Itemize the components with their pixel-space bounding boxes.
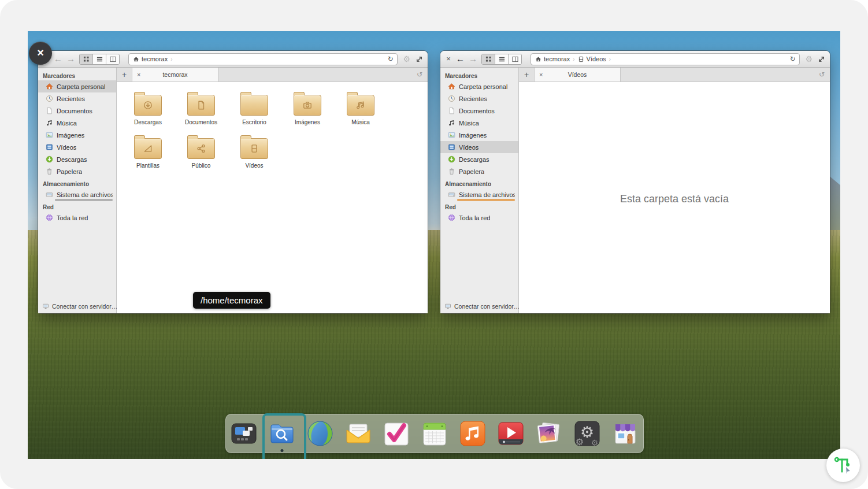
view-list-button[interactable] bbox=[93, 54, 106, 64]
folder-view: DescargasDocumentosEscritorioImágenesMús… bbox=[117, 82, 428, 313]
emblem-camera bbox=[302, 100, 313, 110]
tab-videos[interactable]: × Vídeos bbox=[534, 68, 621, 82]
folder-escritorio[interactable]: Escritorio bbox=[228, 91, 281, 125]
dock-item-files[interactable] bbox=[267, 418, 297, 449]
folder-icon bbox=[134, 138, 162, 159]
sidebar-item-toda-la-red[interactable]: Toda la red bbox=[440, 212, 518, 224]
dock-item-system-settings[interactable]: ⚙⚙⚙ bbox=[572, 418, 602, 449]
view-grid-button[interactable] bbox=[482, 54, 495, 64]
appcenter-icon bbox=[610, 440, 640, 450]
view-column-button[interactable] bbox=[509, 54, 521, 64]
dock-item-photos[interactable] bbox=[534, 418, 564, 449]
sidebar-item-label: Sistema de archivos bbox=[57, 191, 113, 198]
sidebar-item-imagenes[interactable]: Imágenes bbox=[440, 129, 518, 141]
dock-item-calendar[interactable] bbox=[420, 418, 450, 449]
sidebar-item-label: Documentos bbox=[57, 108, 92, 114]
folder-imagenes[interactable]: Imágenes bbox=[281, 91, 334, 125]
sidebar-item-recientes[interactable]: Recientes bbox=[440, 92, 518, 105]
sidebar-item-carpeta-personal[interactable]: Carpeta personal bbox=[38, 80, 116, 92]
path-bar[interactable]: tecmorax› ↻ bbox=[128, 53, 398, 65]
dock-item-appcenter[interactable] bbox=[610, 418, 640, 449]
sidebar-item-musica[interactable]: Música bbox=[440, 117, 518, 129]
home-icon bbox=[46, 83, 53, 90]
sidebar-item-label: Toda la red bbox=[57, 214, 88, 221]
view-switcher bbox=[79, 54, 120, 65]
sidebar-item-label: Papelera bbox=[57, 168, 82, 175]
sidebar-item-documentos[interactable]: Documentos bbox=[440, 105, 518, 117]
breadcrumb-label: Vídeos bbox=[587, 55, 606, 62]
sidebar-item-sistema-de-archivos[interactable]: Sistema de archivos bbox=[38, 188, 116, 201]
dock-item-mail[interactable] bbox=[343, 418, 373, 449]
sidebar-item-descargas[interactable]: Descargas bbox=[440, 153, 518, 165]
sidebar-item-sistema-de-archivos[interactable]: Sistema de archivos bbox=[440, 188, 518, 201]
folder-icon bbox=[134, 95, 162, 116]
sidebar-item-descargas[interactable]: Descargas bbox=[38, 153, 116, 165]
folder-plantillas[interactable]: Plantillas bbox=[121, 135, 175, 169]
calendar-icon bbox=[420, 440, 450, 450]
close-icon: × bbox=[37, 47, 44, 58]
folder-documentos[interactable]: Documentos bbox=[175, 91, 228, 125]
sidebar-item-papelera[interactable]: Papelera bbox=[38, 165, 116, 177]
dock-item-web-browser[interactable] bbox=[305, 418, 335, 449]
sidebar-item-carpeta-personal[interactable]: Carpeta personal bbox=[440, 80, 518, 92]
sidebar-item-label: Vídeos bbox=[57, 144, 76, 151]
breadcrumb-label: tecmorax bbox=[142, 55, 168, 62]
sidebar-section-header: Marcadores bbox=[38, 69, 116, 80]
breadcrumb: tecmorax›Vídeos› bbox=[535, 55, 611, 62]
trash-icon bbox=[448, 168, 455, 175]
videos-icon bbox=[496, 440, 526, 450]
close-overlay-button[interactable]: × bbox=[29, 42, 52, 65]
tecmorax-logo bbox=[826, 449, 860, 482]
document-icon bbox=[448, 107, 455, 114]
connect-server-button[interactable]: Conectar con servidor… bbox=[440, 300, 518, 313]
breadcrumb-tecmorax[interactable]: tecmorax bbox=[133, 55, 168, 62]
view-column-button[interactable] bbox=[106, 54, 119, 64]
sidebar-item-videos[interactable]: Vídeos bbox=[440, 141, 518, 153]
expand-button[interactable] bbox=[818, 55, 825, 63]
sidebar-item-documentos[interactable]: Documentos bbox=[38, 105, 116, 117]
mail-icon bbox=[343, 440, 373, 450]
dock-item-multitasking-view[interactable] bbox=[229, 418, 259, 449]
breadcrumb-tecmorax[interactable]: tecmorax bbox=[535, 55, 570, 62]
tab-bar: + × Vídeos ↺ bbox=[519, 68, 830, 82]
folder-publico[interactable]: Público bbox=[175, 135, 228, 169]
tab-tecmorax[interactable]: × tecmorax bbox=[132, 68, 218, 82]
sidebar-item-videos[interactable]: Vídeos bbox=[38, 141, 116, 153]
sidebar-item-label: Imágenes bbox=[57, 132, 84, 139]
sidebar-item-imagenes[interactable]: Imágenes bbox=[38, 129, 116, 141]
folder-videos[interactable]: Vídeos bbox=[228, 135, 281, 169]
view-list-button[interactable] bbox=[495, 54, 509, 64]
music-icon bbox=[46, 119, 53, 127]
sidebar-item-musica[interactable]: Música bbox=[38, 117, 116, 129]
video-icon bbox=[448, 143, 455, 151]
breadcrumb-separator-icon: › bbox=[170, 56, 172, 62]
folder-label: Descargas bbox=[134, 119, 162, 125]
sidebar-item-papelera[interactable]: Papelera bbox=[440, 165, 518, 177]
sidebar-item-label: Vídeos bbox=[459, 144, 478, 151]
connect-server-button[interactable]: Conectar con servidor… bbox=[38, 300, 116, 313]
breadcrumb-separator-icon: › bbox=[573, 56, 574, 62]
sidebar-item-label: Descargas bbox=[459, 156, 489, 163]
sidebar-item-label: Recientes bbox=[459, 95, 487, 102]
network-icon bbox=[448, 214, 455, 221]
dock-item-tasks[interactable] bbox=[381, 418, 411, 449]
sidebar-item-label: Carpeta personal bbox=[459, 83, 507, 90]
dock: ⚙⚙⚙ bbox=[225, 414, 644, 453]
sidebar-item-toda-la-red[interactable]: Toda la red bbox=[38, 212, 116, 224]
expand-button[interactable] bbox=[416, 55, 423, 63]
folder-musica[interactable]: Música bbox=[334, 91, 387, 125]
folder-descargas[interactable]: Descargas bbox=[121, 91, 175, 125]
path-bar[interactable]: tecmorax›Vídeos› ↻ bbox=[531, 53, 800, 65]
dock-item-videos[interactable] bbox=[496, 418, 526, 449]
breadcrumb-videos[interactable]: Vídeos bbox=[578, 55, 606, 62]
tasks-icon bbox=[381, 440, 411, 450]
video-icon bbox=[46, 143, 53, 151]
view-grid-button[interactable] bbox=[80, 54, 93, 64]
folder-label: Vídeos bbox=[245, 162, 263, 169]
sidebar-item-recientes[interactable]: Recientes bbox=[38, 92, 116, 105]
breadcrumb-separator-icon: › bbox=[609, 56, 611, 62]
sidebar-item-label: Sistema de archivos bbox=[459, 191, 515, 198]
dock-item-music[interactable] bbox=[458, 418, 488, 449]
emblem-music bbox=[355, 100, 366, 110]
folder-label: Documentos bbox=[185, 119, 217, 125]
